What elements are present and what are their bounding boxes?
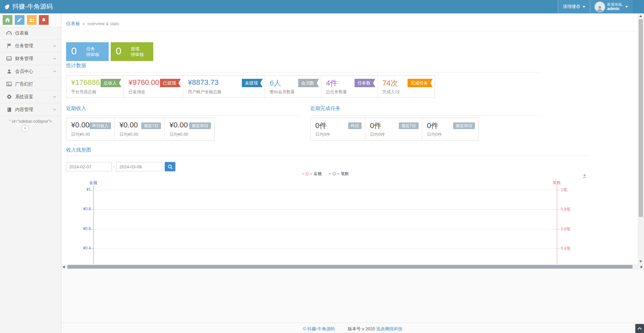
task-cell-yesterday: 0件 昨日 日均0件 <box>311 118 365 140</box>
leaf-icon <box>4 4 10 10</box>
stat-sublabel: 用户账户余额总额 <box>188 89 221 95</box>
book-icon <box>6 107 12 112</box>
scroll-up-arrow-icon[interactable] <box>639 15 642 17</box>
sidebar-item-label: 任务管理 <box>15 43 33 49</box>
y-axis-right-tick: 0.8笔 <box>561 207 571 212</box>
user-welcome: 欢迎光临, admin <box>607 2 623 11</box>
chevron-down-icon <box>53 70 56 72</box>
caret-down-icon <box>583 6 585 8</box>
income-value: ¥0.00 <box>119 121 138 129</box>
legend-item-count[interactable]: 笔数 <box>329 171 349 177</box>
stat-value: 6人 <box>270 78 281 88</box>
sidebar-item-settings[interactable]: 系统设置 <box>0 91 61 103</box>
sidebar-item-label: 财务管理 <box>15 56 33 62</box>
search-icon <box>168 164 173 169</box>
brand-link[interactable]: 抖赚-牛角源码 <box>4 0 53 13</box>
task-badge: 最近30日 <box>453 122 475 129</box>
task-cell-7days: 0件 最近7日 日均0件 <box>365 118 422 140</box>
task-value: 0件 <box>370 121 381 131</box>
y-axis-right-tick: 0.4笔 <box>561 246 571 252</box>
stat-badge: 总收入 <box>101 79 121 87</box>
home-shortcut-button[interactable] <box>3 15 12 25</box>
user-menu[interactable]: 欢迎光临, admin <box>590 0 633 13</box>
footer-copyright-link[interactable]: © 抖赚-牛角源码 <box>303 326 335 332</box>
breadcrumb: 仪表板 » overview & stats <box>66 21 119 27</box>
income-value: ¥0.00 <box>71 121 90 129</box>
section-divider <box>310 115 541 116</box>
breadcrumb-current: overview & stats <box>87 21 119 26</box>
sidebar-item-ad-slides[interactable]: 广告幻灯 <box>0 78 61 91</box>
avatar <box>595 2 605 12</box>
sidebar-item-content[interactable]: 内容管理 <box>0 103 61 116</box>
notifications-shortcut-button[interactable] <box>39 15 49 25</box>
gridline <box>94 248 557 249</box>
breadcrumb-home-link[interactable]: 仪表板 <box>66 21 80 27</box>
axis-tick-mark <box>91 229 93 229</box>
users-shortcut-button[interactable] <box>27 15 37 25</box>
sidebar-item-finance[interactable]: 财务管理 <box>0 52 61 65</box>
stats-container: ¥176886.00 总收入 平台充值总额 ¥9760.00 已提现 已返佣金 … <box>66 75 435 98</box>
date-range-separator: - <box>113 164 114 169</box>
page-lower-area: © 抖赚-牛角源码 版本号 v 2020 迅炎网络科技 <box>61 269 644 333</box>
download-icon <box>582 173 587 178</box>
sidebar-menu: 仪表板 任务管理 财务管理 会员中心 <box>0 27 61 116</box>
income-cell-7days: ¥0.00 最近7日 日均¥0.00 <box>115 118 165 140</box>
legend-label: 金额 <box>314 171 322 177</box>
right-axis-line <box>557 185 557 264</box>
pending-withdrawals-infobox[interactable]: 0 提现 待审核 <box>111 42 153 61</box>
infobox-count: 0 <box>116 45 121 57</box>
income-sublabel: 日均¥0.00 <box>119 132 138 137</box>
recent-tasks-title: 近期完成任务 <box>310 105 340 112</box>
infobox-line1: 任务 <box>86 46 99 52</box>
recent-tasks-container: 0件 昨日 日均0件 0件 最近7日 日均0件 0件 最近30日 日均0件 <box>310 118 479 141</box>
sidebar-item-tasks[interactable]: 任务管理 <box>0 40 61 52</box>
stray-markup-text: " id="sidebar-collapse"> <box>0 119 61 124</box>
gear-icon <box>6 94 12 99</box>
sidebar-collapse-button[interactable]: « <box>21 125 29 132</box>
scroll-right-arrow-icon[interactable] <box>641 266 643 268</box>
infobox-line2: 待审核 <box>86 52 99 57</box>
left-axis-line <box>93 185 94 264</box>
income-sublabel: 日均¥0.00 <box>169 132 188 137</box>
income-badge: 最近30日 <box>189 122 211 129</box>
sidebar-shortcuts <box>0 13 61 27</box>
gridline <box>94 209 557 210</box>
download-chart-button[interactable] <box>582 173 587 178</box>
axis-tick-mark <box>557 248 559 249</box>
caret-down-icon <box>625 6 628 8</box>
scroll-down-arrow-icon[interactable] <box>639 261 642 263</box>
chart-legend: 金额 笔数 <box>61 171 589 177</box>
sidebar-item-dashboard[interactable]: 仪表板 <box>0 27 61 40</box>
back-to-top-button[interactable] <box>635 324 644 333</box>
sidebar-item-members[interactable]: 会员中心 <box>0 65 61 78</box>
edit-shortcut-button[interactable] <box>15 15 24 25</box>
stat-cell-tasks: 4件 任务数 总任务数量 <box>321 75 378 98</box>
pencil-icon <box>17 18 22 22</box>
task-badge: 最近7日 <box>399 122 419 129</box>
clear-cache-label: 清理缓存 <box>563 4 580 10</box>
stat-sublabel: 已返佣金 <box>128 89 145 95</box>
footer-company-link[interactable]: 迅炎网络科技 <box>376 326 402 331</box>
drive-icon <box>6 56 12 61</box>
search-button[interactable] <box>165 162 175 171</box>
pending-tasks-infobox[interactable]: 0 任务 待审核 <box>66 42 109 61</box>
task-sublabel: 日均0件 <box>427 132 442 137</box>
vertical-scrollbar-thumb[interactable] <box>639 19 643 217</box>
axis-tick-mark <box>91 190 93 190</box>
date-to-input[interactable] <box>116 162 162 171</box>
task-value: 0件 <box>427 121 438 131</box>
horizontal-scrollbar-thumb[interactable] <box>67 265 633 269</box>
clear-cache-menu[interactable]: 清理缓存 <box>558 0 590 13</box>
circle-marker-icon <box>333 172 336 175</box>
right-axis-title: 笔数 <box>548 180 565 186</box>
stat-cell-members: 6人 会员数 整站会员数量 <box>265 75 321 98</box>
date-from-input[interactable] <box>66 162 112 171</box>
sidebar-item-label: 会员中心 <box>15 68 33 74</box>
stat-value: ¥9760.00 <box>128 78 159 87</box>
gridline <box>94 190 557 190</box>
footer-divider <box>61 323 644 323</box>
legend-item-amount[interactable]: 金额 <box>302 171 322 177</box>
task-sublabel: 日均0件 <box>315 132 330 137</box>
circle-marker-icon <box>306 172 309 175</box>
scroll-left-arrow-icon[interactable] <box>63 266 65 268</box>
